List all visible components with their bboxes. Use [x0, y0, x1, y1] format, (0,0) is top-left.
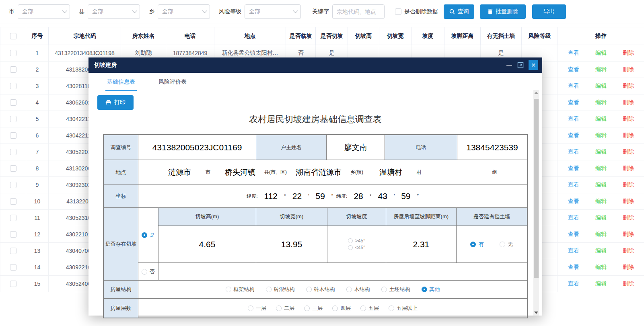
edit-link[interactable]: 编辑: [595, 198, 607, 205]
query-button[interactable]: 查询: [444, 4, 474, 19]
view-link[interactable]: 查看: [568, 165, 579, 172]
edit-link[interactable]: 编辑: [595, 247, 607, 254]
edit-link[interactable]: 编辑: [595, 280, 607, 287]
view-link[interactable]: 查看: [568, 214, 579, 221]
radio-wall-no[interactable]: 无: [500, 241, 513, 248]
del-link[interactable]: 删除: [623, 280, 634, 287]
batch-delete-button[interactable]: 批量删除: [480, 4, 526, 19]
view-link[interactable]: 查看: [568, 280, 579, 287]
scrollbar-thumb[interactable]: [534, 99, 539, 278]
edit-link[interactable]: 编辑: [595, 181, 607, 189]
del-link[interactable]: 删除: [623, 165, 634, 172]
view-link[interactable]: 查看: [568, 82, 579, 90]
form-title: 农村居民切坡建房基础信息调查表: [88, 91, 542, 125]
radio-structure-其他[interactable]: 其他: [422, 286, 440, 293]
radio-structure-木结构[interactable]: 木结构: [346, 286, 370, 293]
view-link[interactable]: 查看: [568, 66, 579, 73]
print-button[interactable]: 打印: [97, 95, 134, 110]
del-link[interactable]: 删除: [623, 115, 634, 123]
view-link[interactable]: 查看: [568, 264, 579, 271]
edit-link[interactable]: 编辑: [595, 132, 607, 139]
radio-floors-五层[interactable]: 五层: [360, 305, 379, 312]
del-link[interactable]: 删除: [623, 66, 634, 73]
scroll-down-arrow-icon[interactable]: [534, 311, 538, 315]
view-link[interactable]: 查看: [568, 181, 579, 189]
radio-floors-三层[interactable]: 三层: [304, 305, 323, 312]
edit-link[interactable]: 编辑: [595, 82, 607, 90]
radio-slope-gt45[interactable]: >45°: [348, 238, 365, 244]
select-all-checkbox[interactable]: [10, 33, 16, 39]
row-checkbox[interactable]: [10, 231, 16, 238]
minimize-button[interactable]: [506, 61, 512, 70]
del-link[interactable]: 删除: [623, 99, 634, 106]
radio-floors-四层[interactable]: 四层: [332, 305, 351, 312]
view-link[interactable]: 查看: [568, 148, 579, 156]
radio-cut-exist-yes[interactable]: 是: [142, 232, 155, 239]
del-link[interactable]: 删除: [623, 231, 634, 238]
radio-slope-lt45[interactable]: <45°: [348, 245, 365, 250]
close-button[interactable]: ✕: [529, 60, 538, 70]
edit-link[interactable]: 编辑: [595, 99, 607, 106]
radio-floors-二层[interactable]: 二层: [276, 305, 294, 312]
scroll-up-arrow-icon[interactable]: [534, 91, 538, 95]
row-checkbox[interactable]: [10, 165, 16, 172]
row-checkbox[interactable]: [10, 198, 16, 205]
keyword-input[interactable]: [332, 4, 385, 19]
city-select[interactable]: 全部: [18, 4, 70, 19]
view-link[interactable]: 查看: [568, 115, 579, 123]
view-link[interactable]: 查看: [568, 49, 579, 57]
risk-level-select[interactable]: 全部: [245, 4, 301, 19]
county-select[interactable]: 全部: [88, 4, 140, 19]
show-deleted-checkbox[interactable]: [395, 8, 401, 15]
view-link[interactable]: 查看: [568, 231, 579, 238]
radio-cut-exist-no[interactable]: 否: [142, 268, 155, 275]
del-link[interactable]: 删除: [623, 49, 634, 57]
row-checkbox[interactable]: [10, 66, 16, 73]
row-checkbox[interactable]: [10, 248, 16, 254]
view-link[interactable]: 查看: [568, 247, 579, 254]
edit-link[interactable]: 编辑: [595, 214, 607, 221]
radio-structure-框架结构[interactable]: 框架结构: [226, 286, 255, 293]
row-checkbox[interactable]: [10, 50, 16, 56]
export-button[interactable]: 导出: [532, 4, 566, 19]
col-cut-slope: 是否切坡: [316, 27, 348, 45]
edit-link[interactable]: 编辑: [595, 231, 607, 238]
row-checkbox[interactable]: [10, 182, 16, 188]
row-checkbox[interactable]: [10, 116, 16, 122]
row-checkbox[interactable]: [10, 99, 16, 106]
row-checkbox[interactable]: [10, 281, 16, 287]
del-link[interactable]: 删除: [623, 214, 634, 221]
maximize-button[interactable]: [517, 62, 524, 68]
row-checkbox[interactable]: [10, 215, 16, 221]
tab-risk-eval[interactable]: 风险评价表: [158, 73, 187, 91]
radio-structure-土坯结构[interactable]: 土坯结构: [381, 286, 410, 293]
view-link[interactable]: 查看: [568, 198, 579, 205]
row-checkbox[interactable]: [10, 149, 16, 155]
del-link[interactable]: 删除: [623, 198, 634, 205]
edit-link[interactable]: 编辑: [595, 165, 607, 172]
del-link[interactable]: 删除: [623, 247, 634, 254]
del-link[interactable]: 删除: [623, 181, 634, 189]
del-link[interactable]: 删除: [623, 148, 634, 156]
del-link[interactable]: 删除: [623, 264, 634, 271]
view-link[interactable]: 查看: [568, 99, 579, 106]
row-checkbox[interactable]: [10, 83, 16, 89]
edit-link[interactable]: 编辑: [595, 148, 607, 156]
edit-link[interactable]: 编辑: [595, 264, 607, 271]
radio-structure-砖木结构[interactable]: 砖木结构: [306, 286, 335, 293]
radio-floors-五层以上[interactable]: 五层以上: [389, 305, 418, 312]
radio-floors-一层[interactable]: 一层: [248, 305, 266, 312]
view-link[interactable]: 查看: [568, 132, 579, 139]
col-seq: 序号: [26, 27, 49, 45]
township-select[interactable]: 全部: [158, 4, 210, 19]
row-checkbox[interactable]: [10, 264, 16, 271]
del-link[interactable]: 删除: [623, 132, 634, 139]
tab-base-info[interactable]: 基础信息表: [107, 73, 135, 91]
edit-link[interactable]: 编辑: [595, 49, 607, 57]
del-link[interactable]: 删除: [623, 82, 634, 90]
edit-link[interactable]: 编辑: [595, 115, 607, 123]
radio-wall-yes[interactable]: 有: [470, 241, 484, 248]
radio-structure-砖混结构[interactable]: 砖混结构: [266, 286, 295, 293]
row-checkbox[interactable]: [10, 132, 16, 139]
edit-link[interactable]: 编辑: [595, 66, 607, 73]
